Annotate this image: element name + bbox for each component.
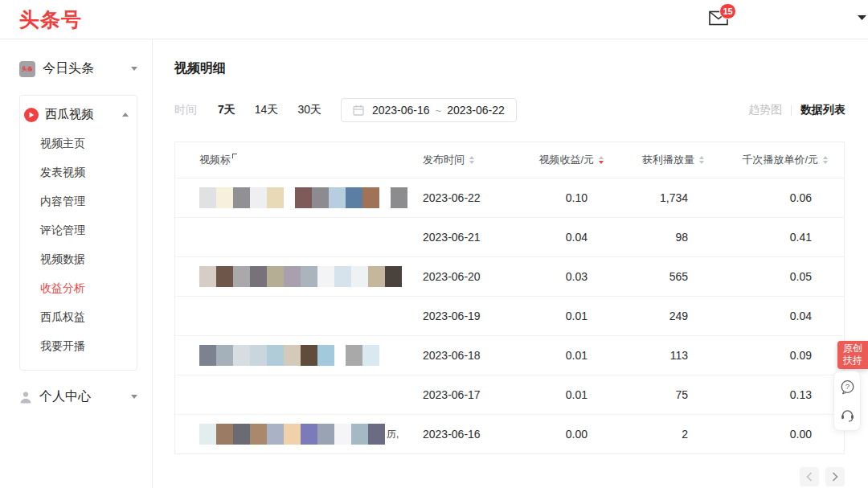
cell-video-title	[175, 297, 408, 335]
time-range-button-2[interactable]: 30天	[297, 103, 321, 117]
table-row-2023-06-22: 2023-06-220.101,7340.06	[175, 178, 844, 217]
cell-publish-date: 2023-06-19	[408, 297, 503, 335]
sort-arrows-icon[interactable]	[469, 156, 474, 164]
badge-line-1: 原创	[843, 342, 862, 355]
sidebar-item-4[interactable]: 视频数据	[20, 244, 137, 273]
censored-thumbnail-mosaic	[199, 187, 407, 208]
sidebar-item-1[interactable]: 发表视频	[20, 158, 137, 187]
table-header-row: 视频标发布时间视频收益/元获利播放量千次播放单价/元	[175, 142, 844, 178]
cell-video-revenue: 0.01	[503, 336, 604, 375]
table-body: 2023-06-220.101,7340.062023-06-210.04980…	[175, 178, 844, 453]
cell-monetized-plays: 1,734	[604, 178, 704, 217]
cell-publish-date: 2023-06-16	[408, 415, 503, 453]
cell-video-title	[175, 375, 408, 414]
sidebar-item-6[interactable]: 西瓜权益	[20, 302, 137, 331]
main-content: 视频明细 时间 7天14天30天 2023-06-16 ~ 2023-06-22…	[153, 39, 868, 488]
column-header-4[interactable]: 千次播放单价/元	[704, 142, 844, 178]
cell-video-revenue: 0.03	[503, 257, 604, 296]
svg-text:?: ?	[845, 382, 849, 391]
user-menu-caret-icon[interactable]	[858, 15, 866, 20]
column-label: 视频标	[199, 153, 231, 167]
sidebar-item-7[interactable]: 我要开播	[20, 331, 137, 360]
cell-video-revenue: 0.01	[503, 297, 604, 335]
column-header-2[interactable]: 视频收益/元	[503, 142, 604, 178]
cell-publish-date: 2023-06-21	[408, 218, 503, 256]
sidebar-item-3[interactable]: 评论管理	[20, 215, 137, 244]
time-filter-label: 时间	[174, 103, 197, 117]
tab-divider	[791, 105, 792, 116]
tab-data-list[interactable]: 数据列表	[800, 103, 845, 117]
next-page-button[interactable]	[825, 467, 845, 486]
cell-monetized-plays: 98	[604, 218, 704, 256]
floating-widgets: 原创 扶持 ?	[833, 341, 868, 431]
time-range-button-1[interactable]: 14天	[255, 103, 279, 117]
prev-page-button[interactable]	[800, 467, 819, 486]
account-switcher[interactable]: 头条 今日头条	[19, 60, 137, 77]
help-card: ?	[833, 371, 861, 431]
mail-button[interactable]: 15	[709, 10, 730, 28]
cell-video-title	[175, 336, 408, 375]
time-range-group: 7天14天30天	[218, 103, 341, 117]
app-logo: 头条号	[19, 6, 82, 33]
cell-monetized-plays: 565	[604, 257, 704, 296]
cell-publish-date: 2023-06-20	[408, 257, 503, 296]
cell-video-title	[175, 178, 408, 217]
censored-thumbnail-mosaic	[199, 266, 402, 287]
help-button[interactable]: ?	[840, 379, 855, 395]
sidebar-item-5[interactable]: 收益分析	[20, 273, 137, 302]
chevron-down-icon	[131, 395, 137, 399]
xigua-section-card: 西瓜视频 视频主页发表视频内容管理评论管理视频数据收益分析西瓜权益我要开播	[19, 95, 137, 371]
headset-icon	[840, 408, 855, 422]
column-label: 发布时间	[423, 153, 465, 167]
sidebar-section-xigua[interactable]: 西瓜视频	[20, 105, 137, 124]
table-row-2023-06-17: 2023-06-170.01750.13	[175, 375, 844, 414]
sidebar-menu: 视频主页发表视频内容管理评论管理视频数据收益分析西瓜权益我要开播	[20, 129, 137, 360]
cell-publish-date: 2023-06-17	[408, 375, 503, 414]
column-header-1[interactable]: 发布时间	[408, 142, 503, 178]
profile-label: 个人中心	[39, 388, 91, 405]
censored-thumbnail-mosaic	[199, 345, 379, 366]
chevron-up-icon	[122, 113, 129, 117]
chevron-down-icon	[131, 67, 137, 71]
date-range-picker[interactable]: 2023-06-16 ~ 2023-06-22	[341, 98, 517, 122]
cell-monetized-plays: 75	[604, 375, 704, 414]
view-tabs: 趋势图 数据列表	[748, 103, 845, 117]
original-support-badge[interactable]: 原创 扶持	[837, 341, 868, 369]
cell-cpm: 0.06	[704, 178, 844, 217]
tab-trend-chart[interactable]: 趋势图	[748, 103, 782, 117]
cell-cpm: 0.00	[704, 415, 844, 453]
cell-cpm: 0.41	[704, 218, 844, 256]
cell-video-revenue: 0.04	[503, 218, 604, 256]
cell-cpm: 0.04	[704, 297, 844, 335]
censored-thumbnail-mosaic	[199, 424, 385, 445]
cell-video-title	[175, 257, 408, 296]
title-fragment-text: 历,	[387, 428, 399, 441]
account-label: 今日头条	[43, 60, 94, 77]
sidebar-item-2[interactable]: 内容管理	[20, 187, 137, 215]
cell-cpm: 0.13	[704, 375, 844, 414]
sidebar-item-0[interactable]: 视频主页	[20, 129, 137, 158]
cell-monetized-plays: 249	[604, 297, 704, 335]
page-title: 视频明细	[174, 60, 845, 76]
time-range-button-0[interactable]: 7天	[218, 103, 235, 117]
pagination	[174, 467, 845, 486]
support-button[interactable]	[840, 408, 855, 422]
table-row-2023-06-20: 2023-06-200.035650.05	[175, 256, 844, 296]
column-label: 千次播放单价/元	[742, 153, 818, 167]
person-icon	[19, 391, 32, 404]
sidebar-profile[interactable]: 个人中心	[19, 388, 137, 405]
sort-arrows-icon[interactable]	[823, 156, 828, 164]
date-range-separator: ~	[436, 105, 442, 117]
section-label: 西瓜视频	[45, 107, 93, 122]
table-row-2023-06-21: 2023-06-210.04980.41	[175, 217, 844, 256]
filter-row: 时间 7天14天30天 2023-06-16 ~ 2023-06-22 趋势图 …	[174, 98, 845, 122]
table-row-2023-06-18: 2023-06-180.011130.09	[175, 335, 844, 375]
column-label: 视频收益/元	[538, 153, 594, 167]
column-header-0: 视频标	[175, 142, 408, 178]
top-bar: 头条号 15	[0, 0, 868, 39]
cell-monetized-plays: 113	[604, 336, 704, 375]
column-header-3[interactable]: 获利播放量	[604, 142, 704, 178]
badge-line-2: 扶持	[843, 355, 862, 367]
sidebar: 头条 今日头条 西瓜视频 视频主页发表视频内容管理评论管理视频数据收益分析西瓜权…	[0, 39, 153, 488]
question-bubble-icon: ?	[840, 379, 855, 395]
